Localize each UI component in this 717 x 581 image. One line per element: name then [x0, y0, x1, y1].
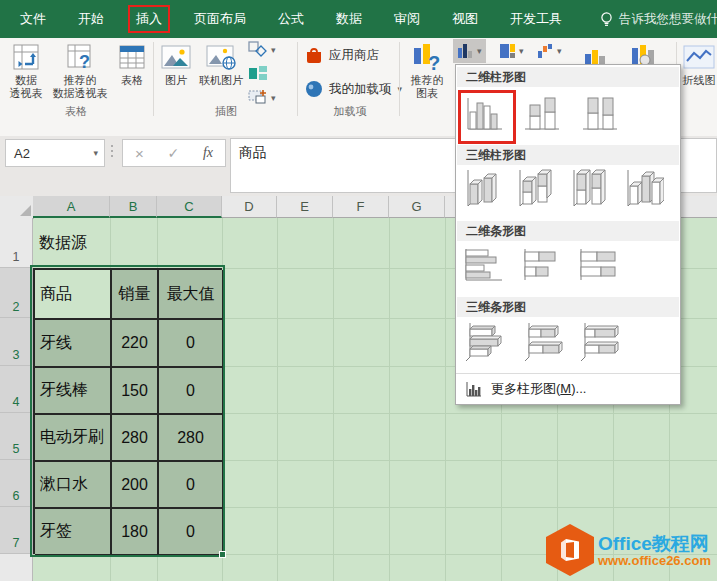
- col-header-c[interactable]: C: [157, 196, 222, 218]
- name-box-dropdown-icon[interactable]: ▾: [93, 148, 104, 158]
- recommended-pivottables-icon: ?: [66, 40, 94, 74]
- row-header-8[interactable]: [0, 554, 33, 581]
- fill-handle[interactable]: [219, 551, 226, 558]
- option-100-stacked-bar[interactable]: [575, 243, 621, 289]
- formula-bar-splitter[interactable]: [111, 145, 113, 157]
- tab-home[interactable]: 开始: [70, 5, 112, 33]
- tab-formulas[interactable]: 公式: [270, 5, 312, 33]
- cell-b3[interactable]: 220: [112, 320, 159, 368]
- tab-file[interactable]: 文件: [12, 5, 54, 33]
- gridline: [445, 218, 446, 581]
- stacked-column-3d-icon: [514, 168, 556, 212]
- cell-a6[interactable]: 漱口水: [35, 462, 112, 509]
- shapes-button[interactable]: ▾: [248, 41, 276, 58]
- option-3d-100-stacked-column[interactable]: [567, 167, 611, 213]
- table-button[interactable]: 表格: [113, 40, 151, 106]
- cell-b4[interactable]: 150: [112, 368, 159, 415]
- svg-text:?: ?: [79, 52, 90, 71]
- cell-c4[interactable]: 0: [159, 368, 224, 415]
- option-3d-stacked-column[interactable]: [513, 167, 557, 213]
- cancel-entry-button[interactable]: ×: [135, 145, 144, 162]
- insert-column-chart-button[interactable]: ▾: [453, 39, 486, 63]
- online-pictures-button[interactable]: 联机图片: [197, 40, 245, 106]
- gridline: [333, 218, 334, 581]
- row-header-4[interactable]: 4: [0, 366, 33, 413]
- cell-c5[interactable]: 280: [159, 415, 224, 462]
- tab-review[interactable]: 审阅: [386, 5, 428, 33]
- recommended-charts-button[interactable]: ? 推荐的 图表: [402, 40, 452, 106]
- recommended-pivottables-label-1: 推荐的: [64, 74, 97, 87]
- cell-c2[interactable]: 最大值: [159, 270, 224, 320]
- cell-a7[interactable]: 牙签: [35, 509, 112, 556]
- col-header-d[interactable]: D: [222, 196, 277, 218]
- insert-waterfall-chart-button[interactable]: ▾: [533, 39, 566, 63]
- cell-b7[interactable]: 180: [112, 509, 159, 556]
- cell-a5[interactable]: 电动牙刷: [35, 415, 112, 462]
- insert-hierarchy-chart-button[interactable]: ▾: [495, 39, 528, 63]
- cell-b5[interactable]: 280: [112, 415, 159, 462]
- line-sparkline-label: 折线图: [683, 74, 716, 87]
- tab-developer[interactable]: 开发工具: [502, 5, 570, 33]
- col-header-f[interactable]: F: [333, 196, 389, 218]
- more-column-charts-item[interactable]: 更多柱形图(M)...: [456, 373, 680, 404]
- tab-view[interactable]: 视图: [444, 5, 486, 33]
- col-header-b[interactable]: B: [110, 196, 157, 218]
- cell-c3[interactable]: 0: [159, 320, 224, 368]
- tell-me-box[interactable]: 告诉我您想要做什么...: [600, 11, 717, 28]
- online-pictures-label: 联机图片: [199, 74, 243, 87]
- watermark-url: www.office26.com: [598, 554, 711, 568]
- group-label-illustrations: 插图: [156, 104, 296, 118]
- col-header-g[interactable]: G: [389, 196, 445, 218]
- app-store-button[interactable]: 应用商店: [305, 46, 379, 64]
- option-3d-100-stacked-bar[interactable]: [575, 319, 621, 365]
- section-3d-bar: 三维条形图: [457, 297, 679, 317]
- row-header-3[interactable]: 3: [0, 318, 33, 366]
- more-column-charts-label: 更多柱形图(M)...: [491, 380, 586, 398]
- col-header-a[interactable]: A: [33, 196, 110, 218]
- option-3d-clustered-bar[interactable]: [460, 319, 506, 365]
- row-header-2[interactable]: 2: [0, 268, 33, 318]
- tab-data[interactable]: 数据: [328, 5, 370, 33]
- option-clustered-column[interactable]: [461, 92, 507, 138]
- insert-function-button[interactable]: fx: [203, 145, 213, 161]
- pivottable-button[interactable]: 数据 透视表: [4, 40, 48, 106]
- pivottable-label-2: 透视表: [10, 87, 43, 100]
- confirm-entry-button[interactable]: ✓: [167, 145, 179, 161]
- shapes-icon: [248, 41, 268, 58]
- row-header-1[interactable]: 1: [0, 218, 33, 268]
- name-box[interactable]: A2 ▾: [5, 139, 105, 167]
- stacked-100-bar-3d-icon: [577, 321, 619, 363]
- cell-c6[interactable]: 0: [159, 462, 224, 509]
- row-header-5[interactable]: 5: [0, 413, 33, 460]
- option-3d-stacked-bar[interactable]: [519, 319, 565, 365]
- cell-a2-active[interactable]: 商品: [35, 270, 112, 320]
- pictures-icon: [161, 40, 191, 74]
- cell-b6[interactable]: 200: [112, 462, 159, 509]
- cell-a4[interactable]: 牙线棒: [35, 368, 112, 415]
- excel-window: 文件 开始 插入 页面布局 公式 数据 审阅 视图 开发工具 告诉我您想要做什么…: [0, 0, 717, 581]
- cell-c7[interactable]: 0: [159, 509, 224, 556]
- option-3d-clustered-column[interactable]: [461, 167, 505, 213]
- pivotchart-icon: [630, 44, 660, 64]
- option-stacked-column[interactable]: [518, 92, 564, 138]
- select-all-corner[interactable]: [0, 196, 34, 219]
- option-stacked-bar[interactable]: [519, 243, 565, 289]
- col-header-e[interactable]: E: [277, 196, 333, 218]
- cell-a3[interactable]: 牙线: [35, 320, 112, 368]
- row-header-7[interactable]: 7: [0, 507, 33, 554]
- row-header-6[interactable]: 6: [0, 460, 33, 507]
- cell-b2[interactable]: 销量: [112, 270, 159, 320]
- recommended-pivottables-button[interactable]: ? 推荐的 数据透视表: [50, 40, 110, 106]
- svg-text:?: ?: [428, 52, 440, 72]
- stacked-bar-icon: [521, 247, 563, 285]
- tab-insert[interactable]: 插入: [128, 5, 170, 33]
- line-sparkline-button[interactable]: 折线图: [679, 40, 717, 106]
- option-100-stacked-column[interactable]: [576, 92, 622, 138]
- smartart-button[interactable]: [248, 65, 268, 82]
- cell-a1[interactable]: 数据源: [33, 218, 153, 268]
- pictures-button[interactable]: 图片: [156, 40, 196, 106]
- tab-page-layout[interactable]: 页面布局: [186, 5, 254, 33]
- option-3d-column[interactable]: [621, 167, 665, 213]
- my-addins-button[interactable]: 我的加载项 ▾: [305, 80, 402, 98]
- option-clustered-bar[interactable]: [460, 243, 506, 289]
